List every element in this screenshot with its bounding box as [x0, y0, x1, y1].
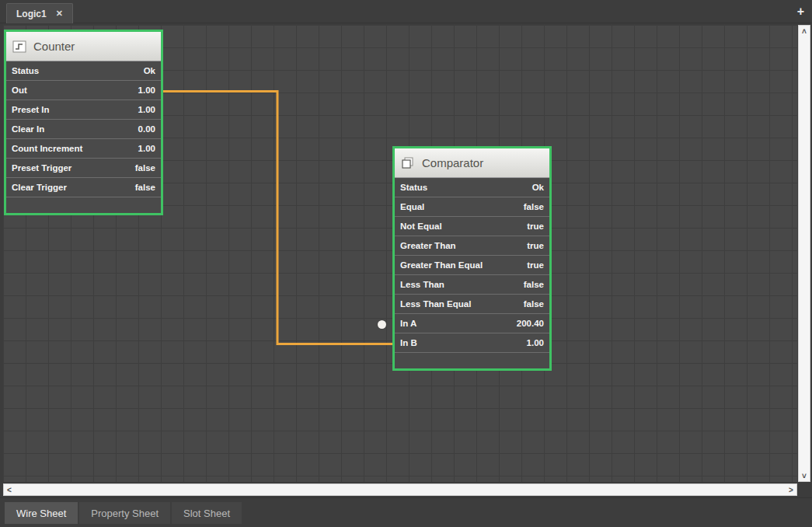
counter-icon	[12, 40, 26, 53]
property-value: false	[524, 202, 544, 211]
row-greater-than[interactable]: Greater Than true	[395, 236, 549, 256]
vertical-scrollbar[interactable]: ˄ ˅	[798, 25, 810, 482]
row-clear-trigger[interactable]: Clear Trigger false	[6, 178, 161, 197]
property-value: true	[527, 241, 544, 250]
property-name: Not Equal	[400, 222, 442, 231]
block-comparator[interactable]: Comparator Status Ok Equal false Not Equ…	[392, 146, 552, 371]
block-counter-header[interactable]: Counter	[6, 32, 161, 61]
block-counter[interactable]: Counter Status Ok Out 1.00 Preset In 1.0…	[4, 30, 163, 215]
row-less-than-equal[interactable]: Less Than Equal false	[395, 295, 549, 314]
property-name: Preset In	[12, 105, 50, 114]
close-icon[interactable]: ✕	[56, 9, 63, 19]
property-value: true	[527, 222, 544, 231]
property-name: Equal	[400, 202, 424, 211]
row-out[interactable]: Out 1.00	[6, 81, 161, 100]
comparator-icon	[401, 157, 415, 169]
block-title: Comparator	[422, 156, 483, 169]
property-name: Greater Than	[400, 241, 456, 250]
tab-label: Wire Sheet	[16, 508, 66, 519]
property-name: Clear Trigger	[12, 183, 67, 192]
property-name: In B	[400, 338, 417, 347]
tab-wire-sheet[interactable]: Wire Sheet	[5, 502, 78, 524]
row-count-increment[interactable]: Count Increment 1.00	[6, 139, 161, 159]
horizontal-scrollbar[interactable]: < >	[3, 483, 797, 496]
property-name: Preset Trigger	[12, 163, 71, 173]
wire-sheet-window: Logic1 ✕ + Counter Status	[0, 0, 812, 527]
row-greater-than-equal[interactable]: Greater Than Equal true	[395, 256, 549, 275]
property-name: In A	[400, 319, 416, 328]
tab-logic1-label: Logic1	[16, 9, 47, 19]
property-value: false	[524, 280, 544, 289]
property-value: 1.00	[138, 144, 155, 153]
property-value: Ok	[144, 66, 155, 75]
tab-label: Property Sheet	[91, 508, 159, 519]
property-value: 0.00	[138, 124, 155, 134]
property-value: false	[135, 183, 155, 192]
connection-dot[interactable]	[378, 320, 386, 329]
property-name: Less Than	[400, 280, 444, 289]
property-name: Status	[12, 66, 39, 75]
row-equal[interactable]: Equal false	[395, 197, 549, 217]
row-not-equal[interactable]: Not Equal true	[395, 217, 549, 236]
property-value: false	[524, 299, 544, 309]
tab-label: Slot Sheet	[183, 508, 230, 519]
row-in-a[interactable]: In A 200.40	[395, 314, 549, 333]
row-preset-trigger[interactable]: Preset Trigger false	[6, 159, 161, 178]
property-name: Count Increment	[12, 144, 82, 153]
block-comparator-header[interactable]: Comparator	[395, 148, 549, 178]
scroll-left-icon[interactable]: <	[4, 484, 15, 495]
block-title: Counter	[33, 40, 75, 53]
property-name: Greater Than Equal	[400, 260, 483, 270]
tab-slot-sheet[interactable]: Slot Sheet	[172, 502, 242, 524]
property-value: 1.00	[138, 105, 155, 114]
row-in-b[interactable]: In B 1.00	[395, 333, 549, 353]
property-name: Status	[400, 183, 427, 192]
row-status[interactable]: Status Ok	[6, 61, 161, 81]
property-name: Out	[12, 86, 27, 95]
tab-property-sheet[interactable]: Property Sheet	[79, 502, 170, 524]
row-preset-in[interactable]: Preset In 1.00	[6, 100, 161, 120]
scroll-right-icon[interactable]: >	[786, 484, 796, 495]
row-less-than[interactable]: Less Than false	[395, 275, 549, 295]
property-value: false	[135, 163, 155, 173]
tab-logic1[interactable]: Logic1 ✕	[6, 3, 73, 23]
scroll-down-icon[interactable]: ˅	[799, 470, 810, 481]
block-footer	[395, 353, 549, 368]
row-clear-in[interactable]: Clear In 0.00	[6, 120, 161, 139]
view-tab-bar: Logic1 ✕ +	[0, 0, 812, 23]
row-status[interactable]: Status Ok	[395, 178, 549, 197]
scroll-up-icon[interactable]: ˄	[799, 26, 810, 37]
property-value: true	[527, 260, 544, 270]
property-value: Ok	[532, 183, 544, 192]
add-tab-button[interactable]: +	[797, 4, 804, 19]
block-footer	[6, 197, 161, 213]
property-value: 1.00	[527, 338, 544, 347]
property-value: 200.40	[517, 319, 544, 328]
property-name: Clear In	[12, 124, 44, 134]
sheet-tab-bar: Wire Sheet Property Sheet Slot Sheet	[0, 497, 812, 527]
workspace: Counter Status Ok Out 1.00 Preset In 1.0…	[0, 23, 812, 497]
property-value: 1.00	[138, 86, 155, 95]
property-name: Less Than Equal	[400, 299, 471, 309]
